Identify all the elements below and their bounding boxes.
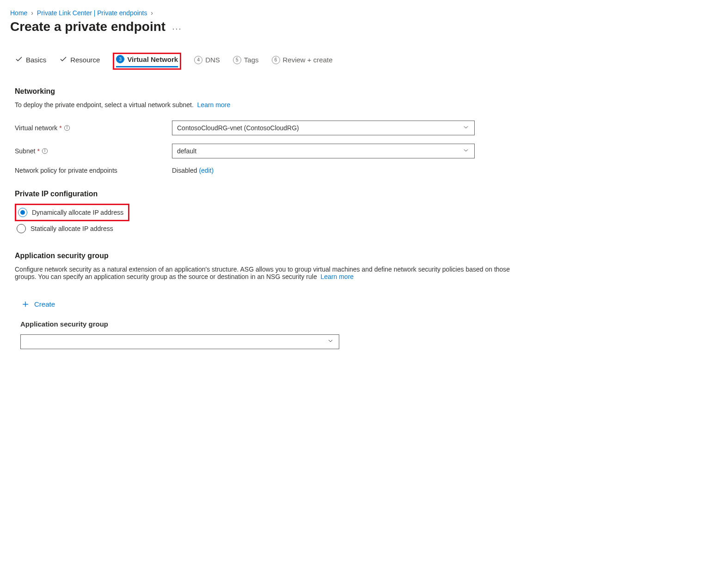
desc-text: Configure network security as a natural … [15,266,510,280]
step-badge: 4 [194,56,202,64]
create-asg-button[interactable]: ＋ Create [20,299,55,309]
tab-basics[interactable]: Basics [15,55,46,67]
radio-indicator [18,208,27,217]
tab-dns[interactable]: 4 DNS [194,56,220,67]
subnet-select[interactable]: default [172,144,475,158]
breadcrumb-pl-center[interactable]: Private Link Center | Private endpoints [37,9,147,17]
svg-point-2 [67,127,67,127]
tab-virtual-network[interactable]: 3 Virtual Network [116,55,178,67]
vnet-select[interactable]: ContosoCloudRG-vnet (ContosoCloudRG) [172,121,475,135]
asg-field-label: Application security group [20,320,718,328]
value-text: Disabled [172,167,197,174]
vnet-label: Virtual network * [15,124,172,132]
policy-value: Disabled (edit) [172,167,214,174]
tab-label: DNS [205,56,220,64]
tab-label: Virtual Network [127,55,178,63]
ip-config-radio-group: Dynamically allocate IP address Statical… [15,204,718,236]
step-badge: 3 [116,55,124,63]
info-icon[interactable] [42,148,48,154]
svg-point-5 [44,150,45,150]
tab-tags[interactable]: 5 Tags [233,56,259,67]
breadcrumb-home[interactable]: Home [10,9,27,17]
ip-config-heading: Private IP configuration [15,190,718,198]
step-badge: 5 [233,56,241,64]
learn-more-link[interactable]: Learn more [197,101,231,109]
more-icon[interactable]: ··· [172,24,182,34]
radio-static[interactable]: Statically allocate IP address [15,221,718,236]
tab-label: Basics [26,56,46,64]
chevron-down-icon [462,124,470,133]
label-text: Subnet [15,147,35,155]
page-title: Create a private endpoint [10,19,165,34]
tab-review-create[interactable]: 6 Review + create [272,56,333,67]
asg-desc: Configure network security as a natural … [15,266,532,280]
label-text: Virtual network [15,124,57,132]
networking-desc: To deploy the private endpoint, select a… [15,101,718,109]
policy-label: Network policy for private endpoints [15,167,172,174]
check-icon [15,55,23,65]
required-mark: * [37,147,39,155]
highlight-dynamic-radio: Dynamically allocate IP address [15,204,129,221]
edit-link[interactable]: (edit) [199,167,214,174]
chevron-down-icon [462,147,470,156]
check-icon [59,55,67,65]
radio-dynamic[interactable]: Dynamically allocate IP address [16,205,125,220]
label-text: Network policy for private endpoints [15,167,117,174]
select-value: ContosoCloudRG-vnet (ContosoCloudRG) [177,124,299,132]
asg-select[interactable] [20,334,339,349]
required-mark: * [59,124,61,132]
networking-heading: Networking [15,87,718,96]
radio-label: Statically allocate IP address [31,225,113,232]
subnet-label: Subnet * [15,147,172,155]
tab-label: Review + create [283,56,333,64]
highlight-vnet-tab: 3 Virtual Network [113,53,181,70]
chevron-right-icon: › [151,9,153,17]
tab-label: Resource [70,56,100,64]
radio-label: Dynamically allocate IP address [32,209,123,216]
desc-text: To deploy the private endpoint, select a… [15,101,194,109]
radio-indicator [17,224,26,233]
wizard-tabs: Basics Resource 3 Virtual Network 4 DNS … [15,53,718,70]
tab-label: Tags [244,56,259,64]
chevron-right-icon: › [31,9,33,17]
info-icon[interactable] [64,125,70,131]
button-label: Create [34,300,55,308]
learn-more-link[interactable]: Learn more [321,273,354,280]
breadcrumb: Home › Private Link Center | Private end… [10,9,718,17]
select-value: default [177,147,196,155]
plus-icon: ＋ [20,299,31,309]
tab-resource[interactable]: Resource [59,55,100,67]
asg-heading: Application security group [15,252,718,260]
chevron-down-icon [327,337,334,346]
radio-dot [20,210,25,215]
step-badge: 6 [272,56,280,64]
